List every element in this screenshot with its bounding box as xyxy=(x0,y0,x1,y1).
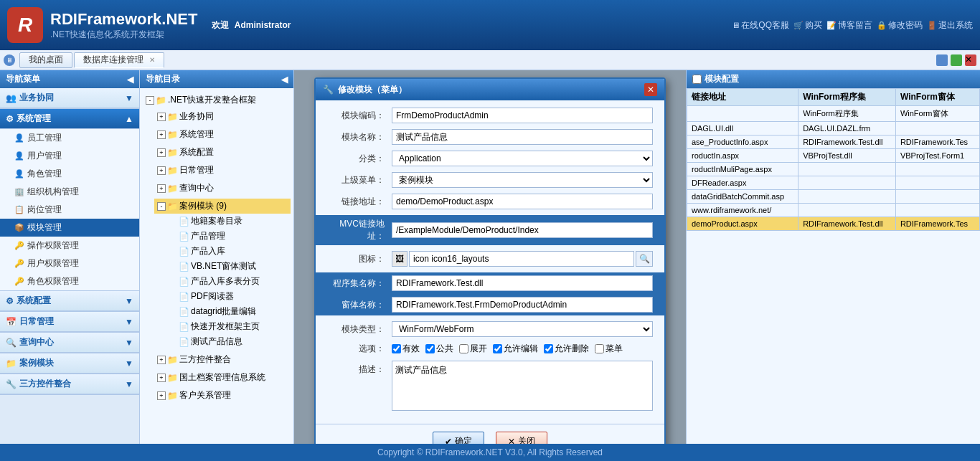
nav-group-config-title[interactable]: ⚙ 系统配置 ▼ xyxy=(0,291,139,311)
tree-node-syscfg-label[interactable]: + 📁 系统配置 xyxy=(154,145,291,160)
tree-item-homepage[interactable]: 📄 快速开发框架主页 xyxy=(166,319,291,334)
public-checkbox[interactable] xyxy=(425,344,435,353)
tree-expand-case[interactable]: - xyxy=(157,202,166,211)
module-type-select[interactable]: WinForm/WebForm WinForm WebForm xyxy=(392,321,653,337)
tree-item-pdf[interactable]: 📄 PDF阅读器 xyxy=(166,289,291,304)
nav-item-role[interactable]: 👤角色管理 xyxy=(0,165,139,183)
table-row-highlight[interactable]: demoProduct.aspx RDIFramework.Test.dll R… xyxy=(687,217,980,231)
nav-group-system-title[interactable]: ⚙ 系统管理 ▲ xyxy=(0,109,139,129)
table-row[interactable]: www.rdiframework.net/ xyxy=(687,204,980,217)
tree-node-crm-label[interactable]: + 📁 客户关系管理 xyxy=(154,388,291,403)
nav-group-case-title[interactable]: 📁 案例模块 ▼ xyxy=(0,353,139,374)
change-password-btn[interactable]: 🔒 修改密码 xyxy=(877,19,923,32)
tree-expand-system[interactable]: + xyxy=(157,130,166,139)
modal-close-btn[interactable]: ✕ xyxy=(644,83,657,96)
tree-collapse-btn[interactable]: ◀ xyxy=(281,75,288,85)
tab-db-manage[interactable]: 数据库连接管理 ✕ xyxy=(74,52,164,68)
checkbox-menu[interactable]: 菜单 xyxy=(595,343,623,355)
tree-node-third-label[interactable]: + 📁 三方控件整合 xyxy=(154,352,291,367)
allow-delete-checkbox[interactable] xyxy=(544,344,553,353)
tree-expand-daily[interactable]: + xyxy=(157,166,166,175)
case-folder-icon: 📁 xyxy=(167,201,178,212)
program-set-input[interactable] xyxy=(392,275,653,291)
ok-button[interactable]: ✔ 确定 xyxy=(433,432,484,444)
tree-expand-business[interactable]: + xyxy=(157,113,166,121)
form-row-category: 分类： Application Module Form xyxy=(327,151,653,166)
module-name-input[interactable] xyxy=(392,129,653,145)
refresh-icon[interactable] xyxy=(936,54,948,66)
tree-item-vbtest[interactable]: 📄 VB.NET窗体测试 xyxy=(166,259,291,274)
tree-item-product-in[interactable]: 📄 产品入库 xyxy=(166,244,291,259)
tree-node-system-label[interactable]: + 📁 系统管理 xyxy=(154,127,291,142)
checkbox-allow-edit[interactable]: 允许编辑 xyxy=(493,343,538,355)
tree-item-multipage[interactable]: 📄 产品入库多表分页 xyxy=(166,274,291,289)
nav-item-user[interactable]: 👤用户管理 xyxy=(0,147,139,165)
qq-service-btn[interactable]: 🖥 在线QQ客服 xyxy=(732,19,789,32)
tree-item-testproduct[interactable]: 📄 测试产品信息 xyxy=(166,334,291,349)
tree-expand-syscfg[interactable]: + xyxy=(157,148,166,157)
nav-collapse-btn[interactable]: ◀ xyxy=(127,75,133,85)
icon-input[interactable] xyxy=(409,251,634,267)
checkbox-valid[interactable]: 有效 xyxy=(392,343,420,355)
tree-node-business-label[interactable]: + 📁 业务协同 xyxy=(154,109,291,124)
nav-item-rperm[interactable]: 🔑角色权限管理 xyxy=(0,272,139,290)
nav-item-module[interactable]: 📦模块管理 xyxy=(0,219,139,237)
icon-browse-btn[interactable]: 🔍 xyxy=(636,251,653,267)
buy-btn[interactable]: 🛒 购买 xyxy=(793,19,822,32)
tree-expand-query[interactable]: + xyxy=(157,184,166,193)
nav-item-org[interactable]: 🏢组织机构管理 xyxy=(0,183,139,201)
tree-expand-crm[interactable]: + xyxy=(157,391,166,400)
table-row[interactable]: WinForm程序集 WinForm窗体 xyxy=(687,106,980,122)
tab-desktop[interactable]: 我的桌面 xyxy=(19,52,72,68)
tree-node-land-label[interactable]: + 📁 国土档案管理信息系统 xyxy=(154,370,291,385)
logout-btn[interactable]: 🚪 退出系统 xyxy=(927,19,973,32)
config-collapse-icon: ▼ xyxy=(125,296,133,306)
valid-checkbox[interactable] xyxy=(392,344,401,353)
allow-edit-checkbox[interactable] xyxy=(493,344,502,353)
menu-checkbox[interactable] xyxy=(595,344,604,353)
category-select[interactable]: Application Module Form xyxy=(392,151,653,166)
cancel-button[interactable]: ✕ 关闭 xyxy=(496,432,547,444)
nav-group-query-title[interactable]: 🔍 查询中心 ▼ xyxy=(0,333,139,353)
module-nav-icon: 📦 xyxy=(14,223,24,232)
form-name-input[interactable] xyxy=(392,297,653,313)
table-row[interactable]: ase_ProductInfo.aspx RDIFramework.Test.d… xyxy=(687,136,980,149)
checkbox-public[interactable]: 公共 xyxy=(425,343,453,355)
table-row[interactable]: roductInMuliPage.aspx xyxy=(687,163,980,176)
tree-expand-land[interactable]: + xyxy=(157,374,166,382)
nav-group-third-title[interactable]: 🔧 三方控件整合 ▼ xyxy=(0,374,139,394)
checkbox-expand[interactable]: 展开 xyxy=(459,343,487,355)
module-config-checkbox[interactable] xyxy=(692,75,702,84)
tree-expand-third[interactable]: + xyxy=(157,356,166,364)
tab-close-icon[interactable]: ✕ xyxy=(149,56,155,64)
nav-item-uperm[interactable]: 🔑用户权限管理 xyxy=(0,255,139,272)
desc-textarea[interactable]: 测试产品信息 xyxy=(392,361,653,411)
blog-btn[interactable]: 📝 博客留言 xyxy=(826,19,872,32)
module-code-input[interactable] xyxy=(392,108,653,123)
expand-checkbox[interactable] xyxy=(459,344,468,353)
nav-item-operm[interactable]: 🔑操作权限管理 xyxy=(0,237,139,255)
nav-item-employee[interactable]: 👤员工管理 xyxy=(0,129,139,147)
tree-node-query-label[interactable]: + 📁 查询中心 xyxy=(154,181,291,196)
checkbox-allow-delete[interactable]: 允许删除 xyxy=(544,343,589,355)
nav-item-post[interactable]: 📋岗位管理 xyxy=(0,201,139,219)
tree-node-root-label[interactable]: - 📁 .NET快速开发整合框架 xyxy=(143,92,291,108)
table-row[interactable]: DAGL.UI.dll DAGL.UI.DAZL.frm xyxy=(687,122,980,136)
nav-group-daily-title[interactable]: 📅 日常管理 ▼ xyxy=(0,312,139,332)
tree-node-crm: + 📁 客户关系管理 xyxy=(154,386,291,404)
green-action-icon[interactable] xyxy=(951,54,962,66)
mvc-link-input[interactable] xyxy=(392,222,653,238)
tree-expand-root[interactable]: - xyxy=(146,96,154,105)
tree-item-product[interactable]: 📄 产品管理 xyxy=(166,229,291,244)
nav-group-business-title[interactable]: 👥 业务协同 ▼ xyxy=(0,88,139,108)
table-row[interactable]: dataGridBatchCommit.asp xyxy=(687,190,980,204)
link-addr-input[interactable] xyxy=(392,194,653,209)
tree-node-case-label[interactable]: - 📁 案例模块 (9) xyxy=(154,199,291,214)
red-close-icon[interactable]: ✕ xyxy=(965,54,976,66)
tree-node-daily-label[interactable]: + 📁 日常管理 xyxy=(154,163,291,178)
tree-item-datagrid[interactable]: 📄 datagrid批量编辑 xyxy=(166,304,291,319)
table-row[interactable]: roductIn.aspx VBProjTest.dll VBProjTest.… xyxy=(687,149,980,163)
table-row[interactable]: DFReader.aspx xyxy=(687,176,980,190)
tree-item-cadastre[interactable]: 📄 地籍案卷目录 xyxy=(166,214,291,229)
parent-menu-select[interactable]: 案例模块 系统管理 业务协同 xyxy=(392,172,653,188)
